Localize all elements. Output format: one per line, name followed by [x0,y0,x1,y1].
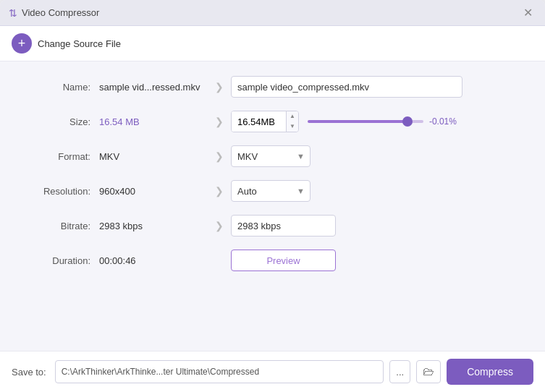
resolution-arrow-icon: ❯ [215,185,224,197]
duration-source-value: 00:00:46 [99,255,208,266]
resolution-row: Resolution: 960x400 ❯ Auto 1920x1080 128… [29,180,516,202]
footer: Save to: ... 🗁 Compress [0,351,545,392]
bitrate-row: Bitrate: 2983 kbps ❯ [29,215,516,237]
size-output-input[interactable] [232,111,286,132]
add-icon: + [12,33,32,54]
name-row: Name: sample vid...ressed.mkv ❯ [29,76,516,98]
save-path-input[interactable] [55,360,384,383]
main-content: Name: sample vid...ressed.mkv ❯ Size: 16… [0,61,545,351]
percent-label: -0.01% [429,116,458,127]
size-input-wrap: ▲ ▼ [231,111,299,132]
slider-wrap: -0.01% [308,116,516,127]
title-bar: ⇅ Video Compressor ✕ [0,0,545,26]
size-spin-up[interactable]: ▲ [287,111,298,122]
name-output-input[interactable] [231,76,462,98]
duration-row: Duration: 00:00:46 ❯ Preview [29,250,516,271]
name-arrow-icon: ❯ [215,81,224,93]
size-arrow-icon: ❯ [215,116,224,127]
resolution-source-value: 960x400 [99,186,208,197]
format-arrow-icon: ❯ [215,150,224,162]
compress-button[interactable]: Compress [447,359,533,385]
size-row: Size: 16.54 MB ❯ ▲ ▼ -0.01% [29,111,516,132]
video-compressor-window: ⇅ Video Compressor ✕ + Change Source Fil… [0,0,545,392]
size-spin-down[interactable]: ▼ [287,122,298,132]
size-spin-buttons: ▲ ▼ [286,111,298,132]
bitrate-output-input[interactable] [231,215,336,237]
bitrate-arrow-icon: ❯ [215,220,224,231]
format-source-value: MKV [99,151,208,162]
resolution-select-wrap: Auto 1920x1080 1280x720 960x400 640x360 … [231,180,310,202]
change-source-label: Change Source File [38,38,121,49]
format-select-wrap: MKV MP4 AVI MOV WMV ▼ [231,145,310,167]
size-source-value: 16.54 MB [99,116,208,127]
bitrate-source-value: 2983 kbps [99,221,208,231]
name-label: Name: [29,82,90,93]
size-slider[interactable] [308,120,423,123]
preview-button[interactable]: Preview [231,250,336,271]
folder-button[interactable]: 🗁 [416,360,441,383]
format-label: Format: [29,151,90,162]
app-title: Video Compressor [22,7,99,18]
duration-label: Duration: [29,255,90,266]
format-select[interactable]: MKV MP4 AVI MOV WMV [231,145,310,167]
app-icon: ⇅ [9,7,17,19]
resolution-select[interactable]: Auto 1920x1080 1280x720 960x400 640x360 [231,180,310,202]
save-to-label: Save to: [12,367,46,378]
folder-icon: 🗁 [423,365,434,378]
size-label: Size: [29,116,90,127]
format-row: Format: MKV ❯ MKV MP4 AVI MOV WMV ▼ [29,145,516,167]
dots-button[interactable]: ... [389,360,410,383]
close-button[interactable]: ✕ [519,4,536,22]
title-bar-left: ⇅ Video Compressor [9,7,99,19]
bitrate-label: Bitrate: [29,221,90,231]
resolution-label: Resolution: [29,186,90,197]
toolbar: + Change Source File [0,26,545,61]
name-source-value: sample vid...ressed.mkv [99,82,208,93]
change-source-button[interactable]: + Change Source File [12,33,121,54]
